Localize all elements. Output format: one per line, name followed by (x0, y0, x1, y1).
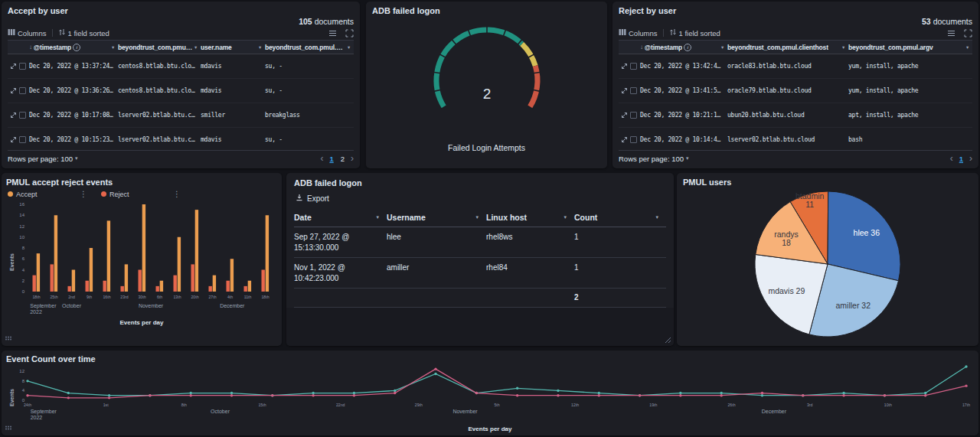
sort-icon (58, 28, 66, 38)
page-2-button[interactable]: 2 (340, 155, 345, 163)
expand-row-icon[interactable] (621, 87, 628, 94)
next-page-icon[interactable]: › (969, 154, 972, 163)
row-checkbox[interactable] (19, 63, 26, 70)
resize-handle-icon[interactable] (665, 337, 671, 344)
table-cell: lserver02.btlab.btu.cloud (118, 112, 201, 119)
sort-fields-button[interactable]: 1 field sorted (669, 28, 720, 38)
table-cell: bash (848, 136, 972, 143)
column-header[interactable]: beyondtrust_com.pmul.cli...▾ (118, 44, 201, 51)
info-icon: i (684, 44, 691, 51)
legend-menu-icon[interactable]: ⋮ (173, 190, 181, 198)
row-checkbox[interactable] (630, 112, 637, 119)
svg-text:20th: 20th (191, 295, 198, 299)
fullscreen-icon[interactable] (345, 29, 354, 38)
row-checkbox[interactable] (19, 112, 26, 119)
chevron-down-icon[interactable]: ▾ (376, 214, 379, 220)
column-header[interactable]: ↓@timestampi▾ (640, 44, 727, 51)
table-cell: breakglass (265, 112, 354, 119)
columns-icon (619, 28, 626, 38)
column-header[interactable]: Username▾ (387, 213, 486, 222)
chevron-down-icon[interactable]: ▾ (721, 44, 724, 51)
column-header[interactable]: ↓@timestampi▾ (29, 44, 118, 51)
export-button[interactable]: Export (296, 194, 666, 203)
legend-item[interactable]: Reject⋮ (101, 190, 181, 198)
drag-handle-icon[interactable] (5, 336, 12, 344)
columns-button[interactable]: Columns (8, 28, 47, 38)
columns-button[interactable]: Columns (619, 28, 658, 38)
expand-row-icon[interactable] (621, 136, 628, 143)
pie-chart[interactable]: btadmin11hlee 36amiller 32mdavis 29randy… (683, 188, 972, 342)
pagination: ‹12› (320, 154, 354, 163)
page-1-button[interactable]: 1 (328, 155, 334, 163)
chevron-down-icon[interactable]: ▾ (259, 44, 261, 51)
column-header[interactable]: user.name▾ (201, 44, 265, 51)
table-cell: rhel8ws (486, 232, 574, 243)
table-cell: Dec 20, 2022 @ 10:17:08.000 (29, 112, 118, 119)
dashboard: Accept by user 105 documents Columns 1 f… (0, 0, 980, 437)
fullscreen-icon[interactable] (964, 29, 972, 38)
expand-row-icon[interactable] (10, 63, 17, 70)
svg-text:2: 2 (22, 279, 25, 283)
y-axis-label: Events (9, 386, 15, 409)
expand-row-icon[interactable] (621, 63, 628, 70)
svg-text:22nd: 22nd (336, 403, 345, 407)
expand-row-icon[interactable] (10, 87, 17, 94)
expand-row-icon[interactable] (10, 112, 17, 119)
row-checkbox[interactable] (19, 136, 26, 143)
legend-label: Accept (16, 191, 38, 198)
legend-color-dot (101, 191, 106, 197)
display-options-icon[interactable] (947, 29, 956, 38)
expand-row-icon[interactable] (621, 112, 628, 119)
chevron-down-icon[interactable]: ▾ (842, 44, 844, 51)
row-checkbox[interactable] (19, 87, 26, 94)
table-cell: Dec 20, 2022 @ 13:36:26.000 (29, 87, 118, 94)
display-options-icon[interactable] (328, 29, 337, 38)
rows-per-page-button[interactable]: Rows per page: 100▾ (619, 155, 689, 163)
panel-title: PMUL accept reject events (6, 177, 277, 188)
bar-chart[interactable]: 024681012141618th25th2nd9th16th23rd30th6… (8, 200, 279, 316)
rows-per-page-button[interactable]: Rows per page: 100▾ (8, 155, 78, 163)
sort-icon (669, 28, 677, 38)
legend-item[interactable]: Accept⋮ (8, 190, 87, 198)
svg-text:9th: 9th (87, 295, 92, 299)
panel-adb-failed-logon-table: ADB failed logon Export Date▾Username▾Li… (286, 173, 674, 346)
previous-page-icon[interactable]: ‹ (950, 154, 953, 163)
empty-area (286, 308, 674, 347)
chevron-down-icon[interactable]: ▾ (655, 214, 658, 220)
legend-menu-icon[interactable]: ⋮ (80, 190, 87, 198)
svg-text:14: 14 (19, 213, 24, 217)
table-row: Dec 20, 2022 @ 10:14:41.000lserver02.btl… (619, 128, 972, 150)
sort-fields-button[interactable]: 1 field sorted (58, 28, 109, 38)
x-axis-label: Events per day (6, 319, 277, 326)
column-header[interactable]: Date▾ (294, 213, 387, 222)
panel-reject-by-user: Reject by user 53 documents Columns 1 fi… (612, 2, 978, 168)
next-page-icon[interactable]: › (351, 154, 354, 163)
column-header[interactable]: beyondtrust_com.pmul.argv▾ (848, 44, 972, 51)
table-cell: smiller (201, 112, 265, 119)
column-header[interactable]: Linux host▾ (486, 213, 574, 222)
expand-row-icon[interactable] (10, 136, 17, 143)
svg-text:4th: 4th (227, 295, 233, 299)
chevron-down-icon[interactable]: ▾ (112, 44, 114, 51)
svg-text:16th: 16th (103, 295, 110, 299)
column-header[interactable]: beyondtrust_com.pmul.argv▾ (265, 44, 354, 51)
results-table: Date▾Username▾Linux host▾Count▾Sep 27, 2… (294, 208, 666, 308)
chevron-down-icon[interactable]: ▾ (475, 214, 479, 220)
table-cell: Dec 20, 2022 @ 10:14:41.000 (640, 136, 727, 143)
chevron-down-icon[interactable]: ▾ (194, 44, 197, 51)
table-cell: Dec 20, 2022 @ 10:21:19.000 (640, 112, 727, 119)
drag-handle-icon[interactable] (5, 426, 12, 433)
panel-title: Reject by user (619, 5, 972, 16)
line-chart[interactable]: 0481224th1st8th15th22nd29th5th12th19th26… (8, 364, 975, 422)
chevron-down-icon[interactable]: ▾ (348, 44, 350, 51)
column-header[interactable]: beyondtrust_com.pmul.clienthost▾ (727, 44, 848, 51)
chevron-down-icon[interactable]: ▾ (966, 44, 969, 51)
chevron-down-icon[interactable]: ▾ (564, 214, 567, 220)
page-1-button[interactable]: 1 (959, 155, 964, 163)
svg-text:December: December (220, 303, 245, 308)
row-checkbox[interactable] (630, 87, 637, 94)
row-checkbox[interactable] (630, 63, 637, 70)
row-checkbox[interactable] (630, 136, 637, 143)
column-header[interactable]: Count▾ (574, 213, 666, 222)
previous-page-icon[interactable]: ‹ (320, 154, 323, 163)
